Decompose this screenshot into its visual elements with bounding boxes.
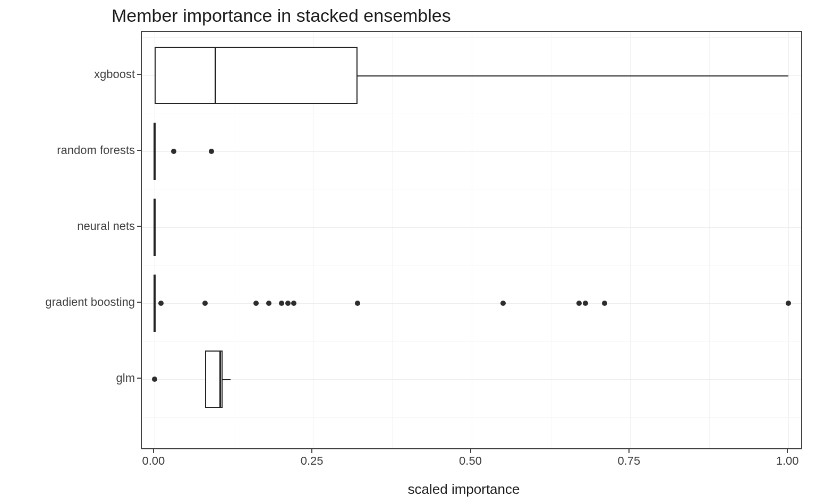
gridline-v-minor: [551, 32, 551, 448]
gridline-h: [142, 151, 801, 152]
gridline-v: [788, 32, 789, 448]
gridline-h-minor: [142, 417, 801, 418]
boxplot-chart: Member importance in stacked ensembles x…: [0, 0, 816, 504]
gridline-h: [142, 379, 801, 380]
outlier-gradient-boosting: [291, 301, 296, 306]
outlier-gradient-boosting: [285, 301, 291, 306]
outlier-gradient-boosting: [355, 301, 360, 306]
box-gradient-boosting: [154, 275, 156, 332]
gridline-h-minor: [142, 114, 801, 114]
gridline-h: [142, 303, 801, 304]
chart-title: Member importance in stacked ensembles: [112, 5, 451, 26]
x-tick-mark: [628, 449, 630, 453]
gridline-v-minor: [709, 32, 710, 448]
y-tick-label: glm: [116, 371, 135, 385]
gridline-h-minor: [142, 266, 801, 266]
outlier-random-forests: [171, 149, 176, 154]
whisker-glm-upper: [223, 379, 231, 380]
x-tick-label: 0.25: [301, 454, 324, 468]
outlier-gradient-boosting: [158, 301, 164, 306]
y-tick-mark: [137, 302, 141, 303]
outlier-glm: [152, 377, 157, 382]
outlier-gradient-boosting: [500, 301, 506, 306]
x-tick-mark: [470, 449, 471, 453]
x-tick-mark: [153, 449, 154, 453]
y-tick-mark: [137, 150, 141, 151]
box-random-forests: [154, 123, 156, 180]
median-glm: [219, 351, 221, 408]
gridline-h-minor: [142, 190, 801, 190]
outlier-gradient-boosting: [576, 301, 582, 306]
x-tick-label: 0.50: [459, 454, 482, 468]
y-tick-mark: [137, 226, 141, 227]
median-xgboost: [215, 47, 216, 104]
gridline-v-minor: [392, 32, 393, 448]
outlier-gradient-boosting: [266, 301, 271, 306]
y-tick-label: gradient boosting: [45, 295, 135, 309]
box-xgboost: [155, 47, 358, 104]
y-tick-label: random forests: [57, 143, 135, 157]
outlier-gradient-boosting: [583, 301, 588, 306]
outlier-gradient-boosting: [279, 301, 284, 306]
y-tick-label: xgboost: [94, 67, 135, 81]
gridline-v: [630, 32, 631, 448]
gridline-h-minor: [142, 341, 801, 342]
whisker-xgboost-upper: [358, 75, 788, 76]
y-tick-mark: [137, 378, 141, 379]
outlier-gradient-boosting: [786, 301, 791, 306]
x-tick-label: 0.75: [617, 454, 640, 468]
y-tick-mark: [137, 74, 141, 75]
gridline-h-minor: [142, 37, 801, 38]
box-neural-nets: [154, 199, 156, 256]
outlier-gradient-boosting: [202, 301, 208, 306]
x-tick-mark: [311, 449, 312, 453]
gridline-v: [472, 32, 472, 448]
gridline-h: [142, 227, 801, 228]
outlier-random-forests: [209, 149, 214, 154]
x-tick-mark: [787, 449, 788, 453]
y-tick-label: neural nets: [77, 219, 135, 233]
x-tick-label: 0.00: [142, 454, 165, 468]
outlier-gradient-boosting: [253, 301, 259, 306]
outlier-gradient-boosting: [602, 301, 607, 306]
plot-panel: [141, 31, 802, 449]
x-tick-label: 1.00: [776, 454, 799, 468]
x-axis-label: scaled importance: [0, 481, 816, 498]
